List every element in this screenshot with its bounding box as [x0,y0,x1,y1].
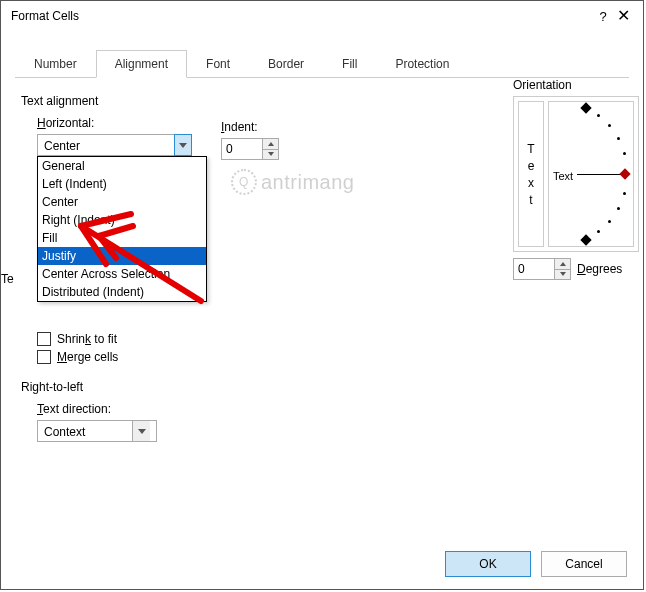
orientation-preview: T e x t Text [513,96,639,252]
tab-strip: Number Alignment Font Border Fill Protec… [15,49,629,78]
format-cells-dialog: Format Cells ? ✕ Number Alignment Font B… [0,0,644,590]
text-direction-label: Text direction: [37,402,623,416]
degrees-spin-up[interactable] [555,259,570,269]
degrees-label: Degrees [577,262,622,276]
merge-cells-label: Merge cells [57,350,118,364]
degrees-spinner[interactable] [513,258,571,280]
tab-border[interactable]: Border [249,50,323,78]
option-right-indent[interactable]: Right (Indent) [38,211,206,229]
tab-alignment[interactable]: Alignment [96,50,187,78]
dot-icon [597,230,600,233]
triangle-down-icon [268,152,274,156]
window-title: Format Cells [11,9,593,23]
chevron-down-icon [179,143,187,148]
close-button[interactable]: ✕ [613,8,633,24]
triangle-up-icon [268,142,274,146]
triangle-up-icon [560,262,566,266]
dot-icon [623,152,626,155]
option-distributed-indent[interactable]: Distributed (Indent) [38,283,206,301]
degrees-spin-down[interactable] [555,269,570,280]
text-direction-combo-button[interactable] [132,421,150,441]
indent-input[interactable] [222,139,262,159]
text-control-group-label: Te [1,272,14,286]
option-center[interactable]: Center [38,193,206,211]
dot-icon [608,220,611,223]
orientation-group: Orientation T e x t Text [513,78,639,280]
dot-icon [617,137,620,140]
shrink-to-fit-row: Shrink to fit [37,332,623,346]
option-general[interactable]: General [38,157,206,175]
horizontal-dropdown-list: General Left (Indent) Center Right (Inde… [37,156,207,302]
option-fill[interactable]: Fill [38,229,206,247]
dialog-buttons: OK Cancel [445,551,627,577]
horizontal-combo-button[interactable] [174,134,192,156]
merge-cells-row: Merge cells [37,350,623,364]
text-direction-combo[interactable]: Context [37,420,157,442]
diamond-red-icon [619,168,630,179]
indent-label: Indent: [221,120,279,134]
shrink-to-fit-label: Shrink to fit [57,332,117,346]
horizontal-combo[interactable]: Center [37,134,192,156]
titlebar: Format Cells ? ✕ [1,1,643,31]
orientation-pointer-text: Text [553,170,573,182]
ok-button[interactable]: OK [445,551,531,577]
dot-icon [617,207,620,210]
option-justify[interactable]: Justify [38,247,206,265]
option-left-indent[interactable]: Left (Indent) [38,175,206,193]
indent-spin-up[interactable] [263,139,278,149]
triangle-down-icon [560,272,566,276]
chevron-down-icon [138,429,146,434]
tab-protection[interactable]: Protection [376,50,468,78]
tab-number[interactable]: Number [15,50,96,78]
tab-font[interactable]: Font [187,50,249,78]
tab-content-alignment: Text alignment Horizontal: Center Genera… [1,78,643,454]
orientation-vertical-text-button[interactable]: T e x t [518,101,544,247]
degrees-input[interactable] [514,259,554,279]
shrink-to-fit-checkbox[interactable] [37,332,51,346]
orientation-label: Orientation [513,78,639,92]
rtl-group-label: Right-to-left [21,380,623,394]
tab-fill[interactable]: Fill [323,50,376,78]
diamond-icon [580,234,591,245]
dot-icon [608,124,611,127]
indent-spin-down[interactable] [263,149,278,160]
merge-cells-checkbox[interactable] [37,350,51,364]
orientation-angle-picker[interactable]: Text [548,101,634,247]
text-direction-value: Context [38,421,132,441]
cancel-button[interactable]: Cancel [541,551,627,577]
help-button[interactable]: ? [593,9,613,24]
horizontal-combo-value: Center [38,135,174,155]
indent-spinner[interactable] [221,138,279,160]
orientation-pointer-line [577,174,621,175]
diamond-icon [580,102,591,113]
indent-block: Indent: [221,120,279,160]
dot-icon [597,114,600,117]
option-center-across-selection[interactable]: Center Across Selection [38,265,206,283]
dot-icon [623,192,626,195]
